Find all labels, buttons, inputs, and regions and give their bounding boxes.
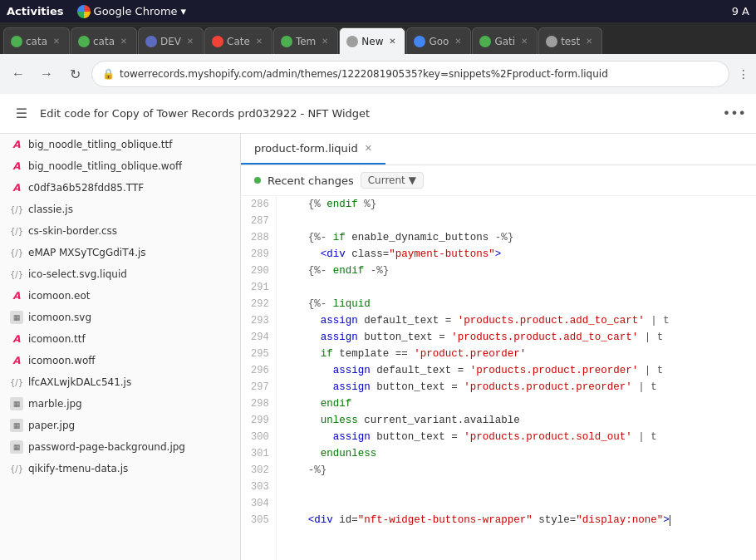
tab-close-button[interactable]: ✕ [452,36,464,47]
code-token [283,298,308,310]
tab-tab8[interactable]: Gati✕ [472,27,538,54]
code-tab-product-form[interactable]: product-form.liquid ✕ [241,134,385,165]
code-line[interactable]: if template == 'product.preorder' [283,346,749,362]
status-dot [254,177,261,184]
back-button[interactable]: ← [7,62,30,86]
file-item[interactable]: Aicomoon.eot [0,285,240,307]
tab-close-button[interactable]: ✕ [319,36,331,47]
file-item[interactable]: Aicomoon.ttf [0,328,240,350]
file-item[interactable]: ▦icomoon.svg [0,307,240,328]
code-line[interactable]: {%- liquid [283,296,749,312]
code-token: template == [333,348,415,360]
code-token: liquid [326,298,371,310]
code-line[interactable] [283,213,749,229]
editor-menu-button[interactable]: ••• [723,106,746,121]
code-token [283,398,321,410]
line-number: 291 [251,279,269,296]
file-item[interactable]: ▦paper.jpg [0,415,240,436]
code-token: <div [308,514,333,526]
line-number: 295 [251,346,269,362]
file-item[interactable]: Ac0df3a6b528fdd85.TTF [0,177,240,199]
file-item[interactable]: {/}ico-select.svg.liquid [0,263,240,285]
code-line[interactable]: {%- endif -%} [283,263,749,279]
current-badge[interactable]: Current ▼ [361,172,424,189]
file-item[interactable]: ▦marble.jpg [0,393,240,415]
code-token: id= [333,514,358,526]
code-line[interactable]: endif [283,395,749,412]
file-item[interactable]: Abig_noodle_titling_oblique.woff [0,155,240,177]
code-token: assign [321,332,358,343]
code-line[interactable]: assign default_text = 'products.product.… [283,312,749,329]
code-line[interactable]: unless current_variant.available [283,412,749,429]
file-item[interactable]: ▦password-page-background.jpg [0,436,240,458]
file-item[interactable]: {/}eMAP MXSyTCgGdiT4.js [0,242,240,263]
code-token: 'products.product.sold_out' [464,431,632,443]
code-token: 'products.product.preorder' [464,381,632,393]
code-tab-label: product-form.liquid [254,142,358,155]
file-item[interactable]: {/}qikify-tmenu-data.js [0,458,240,479]
address-box[interactable]: 🔒 towerrecords.myshopify.com/admin/theme… [91,61,729,87]
line-number: 303 [251,479,269,495]
code-token: {%- [308,232,327,243]
code-line[interactable]: assign default_text = 'products.product.… [283,362,749,379]
code-token: assign [333,381,371,393]
code-line[interactable]: endunless [283,445,749,462]
file-item[interactable]: Aicomoon.woff [0,350,240,371]
sidebar-toggle-button[interactable]: ☰ [10,102,33,125]
file-item[interactable]: {/}cs-skin-border.css [0,220,240,242]
tab-tab2[interactable]: cata✕ [71,27,137,54]
tab-close-button[interactable]: ✕ [184,36,196,47]
tab-close-button[interactable]: ✕ [583,36,595,47]
code-lines-container[interactable]: 2862872882892902912922932942952962972982… [241,196,756,560]
code-line[interactable] [283,495,749,512]
code-tab-close[interactable]: ✕ [365,143,372,154]
reload-button[interactable]: ↻ [63,62,86,86]
line-number: 300 [251,429,269,445]
line-number: 289 [251,246,269,263]
code-token: unless [321,415,358,426]
tab-label: cata [26,36,47,47]
tab-close-button[interactable]: ✕ [118,36,130,47]
code-line[interactable]: -%} [283,462,749,479]
file-sidebar[interactable]: Abig_noodle_titling_oblique.ttfAbig_nood… [0,134,241,560]
file-icon-font: A [10,160,23,173]
code-token: <div [321,248,346,260]
code-line[interactable] [283,479,749,495]
tab-tab7[interactable]: Goo✕ [406,27,471,54]
file-name: ico-select.svg.liquid [28,268,127,280]
file-item[interactable]: {/}lfcAXLwjkDALc541.js [0,371,240,393]
tab-tab9[interactable]: test✕ [538,27,602,54]
code-line[interactable]: {%- if enable_dynamic_buttons -%} [283,229,749,246]
code-line[interactable]: <div id="nft-widget-buttons-wrapper" sty… [283,512,749,528]
code-token: > [495,248,502,260]
browser-menu-button[interactable]: ⋮ [738,67,749,81]
tab-close-button[interactable]: ✕ [51,36,62,47]
tab-tab1[interactable]: cata✕ [3,27,70,54]
tab-label: Goo [429,36,449,47]
code-line[interactable]: assign button_text = 'products.product.s… [283,429,749,445]
code-line[interactable] [283,279,749,296]
code-line[interactable]: assign button_text = 'products.product.a… [283,329,749,346]
tab-close-button[interactable]: ✕ [253,36,265,47]
tab-tab3[interactable]: DEV✕ [138,27,204,54]
tab-close-button[interactable]: ✕ [518,36,530,47]
tab-tab5[interactable]: Tem✕ [273,27,338,54]
forward-button[interactable]: → [35,62,58,86]
tab-tab4[interactable]: Cate✕ [204,27,272,54]
editor-header: ☰ Edit code for Copy of Tower Records pr… [0,94,756,134]
file-item[interactable]: {/}classie.js [0,199,240,220]
tab-favicon [346,36,358,47]
code-token: current_variant.available [358,415,520,426]
code-token: | t [638,332,663,343]
code-token: default_text = [371,365,470,376]
tab-tab6[interactable]: New✕ [339,27,405,54]
tab-close-button[interactable]: ✕ [386,36,398,47]
activities-label[interactable]: Activities [7,5,64,17]
code-content[interactable]: {% endif %} {%- if enable_dynamic_button… [277,196,756,560]
file-item[interactable]: Abig_noodle_titling_oblique.ttf [0,134,240,155]
code-line[interactable]: <div class="payment-buttons"> [283,246,749,263]
chrome-launcher[interactable]: Google Chrome ▾ [77,5,187,18]
code-line[interactable]: assign button_text = 'products.product.p… [283,379,749,395]
tab-label: New [361,36,383,47]
code-line[interactable]: {% endif %} [283,196,749,213]
